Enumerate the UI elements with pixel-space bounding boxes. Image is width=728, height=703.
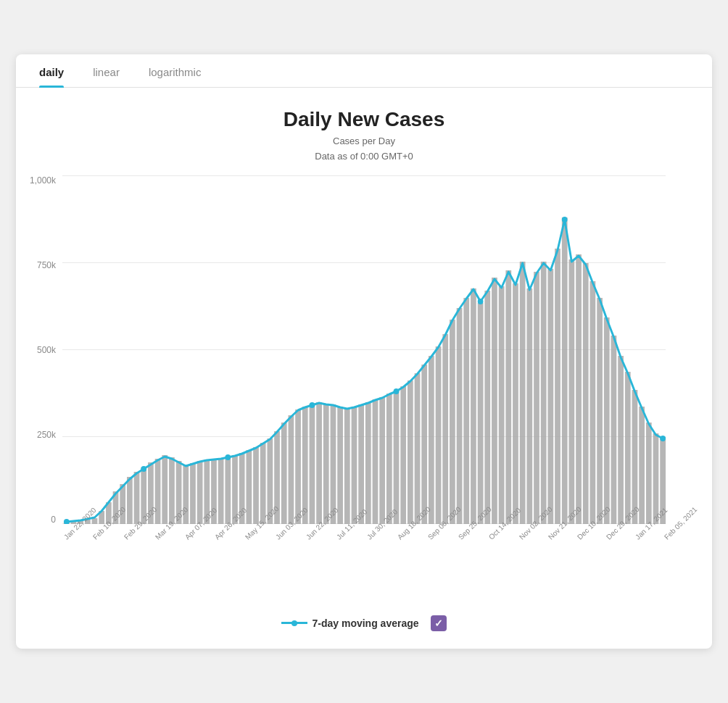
svg-rect-31 — [281, 423, 287, 524]
y-label-1000k: 1,000k — [16, 176, 56, 185]
chart-subtitle: Cases per Day Data as of 0:00 GMT+0 — [16, 134, 712, 165]
svg-rect-62 — [499, 286, 505, 524]
svg-rect-15 — [169, 457, 175, 524]
svg-rect-36 — [316, 402, 322, 524]
svg-rect-56 — [457, 308, 463, 524]
svg-rect-59 — [478, 303, 484, 524]
subtitle-line2: Data as of 0:00 GMT+0 — [16, 149, 712, 165]
svg-rect-65 — [520, 262, 526, 524]
svg-rect-18 — [190, 463, 196, 524]
chart-area: 0 250k 500k 750k 1,000k — [62, 176, 666, 524]
svg-rect-73 — [576, 254, 582, 524]
svg-rect-50 — [415, 373, 421, 524]
svg-rect-74 — [583, 263, 589, 524]
legend-line-indicator — [281, 622, 307, 624]
svg-rect-14 — [162, 455, 167, 524]
svg-rect-48 — [400, 386, 406, 524]
svg-rect-78 — [611, 336, 617, 524]
svg-rect-46 — [386, 394, 392, 524]
svg-rect-23 — [225, 457, 231, 524]
svg-rect-28 — [260, 443, 266, 524]
legend-checkbox[interactable] — [431, 615, 447, 631]
svg-point-87 — [141, 466, 146, 472]
svg-rect-19 — [197, 461, 203, 524]
subtitle-line1: Cases per Day — [16, 134, 712, 149]
tab-logarithmic[interactable]: logarithmic — [149, 66, 202, 87]
svg-rect-43 — [365, 402, 371, 524]
svg-rect-37 — [323, 404, 329, 524]
svg-rect-41 — [352, 407, 357, 524]
svg-rect-58 — [471, 288, 476, 524]
svg-rect-44 — [373, 399, 379, 524]
svg-rect-75 — [590, 281, 596, 524]
svg-rect-55 — [450, 320, 455, 524]
svg-rect-13 — [155, 459, 161, 524]
svg-rect-83 — [646, 423, 652, 524]
tab-linear[interactable]: linear — [93, 66, 120, 87]
svg-rect-52 — [429, 356, 434, 524]
y-label-750k: 750k — [16, 261, 56, 270]
svg-rect-63 — [505, 270, 511, 524]
tab-bar: daily linear logarithmic — [16, 54, 712, 88]
svg-rect-49 — [408, 380, 413, 524]
svg-rect-66 — [526, 288, 532, 524]
svg-rect-81 — [632, 390, 638, 524]
svg-rect-27 — [253, 447, 259, 524]
svg-rect-47 — [394, 391, 400, 524]
svg-rect-42 — [358, 404, 364, 524]
svg-rect-22 — [218, 458, 224, 524]
x-axis: Jan 22, 2020 Feb 10, 2020 Feb 29, 2020 M… — [62, 530, 689, 610]
svg-rect-35 — [310, 404, 315, 524]
svg-rect-45 — [379, 397, 385, 524]
svg-point-92 — [562, 217, 568, 222]
svg-rect-82 — [639, 407, 645, 524]
svg-point-89 — [310, 402, 315, 408]
svg-rect-64 — [513, 283, 518, 524]
chart-svg — [62, 176, 666, 524]
svg-rect-67 — [534, 272, 539, 524]
svg-rect-32 — [289, 415, 294, 524]
chart-header: Daily New Cases Cases per Day Data as of… — [16, 88, 712, 170]
tab-daily[interactable]: daily — [39, 66, 64, 87]
svg-rect-4 — [92, 518, 98, 524]
y-label-500k: 500k — [16, 346, 56, 354]
svg-point-90 — [394, 388, 400, 394]
svg-rect-60 — [484, 291, 490, 524]
svg-rect-10 — [134, 472, 140, 524]
y-label-250k: 250k — [16, 430, 56, 439]
svg-rect-71 — [562, 217, 568, 524]
legend-line-label: 7-day moving average — [312, 617, 418, 629]
svg-rect-39 — [337, 407, 343, 524]
svg-rect-61 — [492, 278, 497, 524]
svg-point-93 — [660, 436, 666, 441]
svg-rect-40 — [344, 408, 350, 524]
svg-rect-70 — [555, 249, 561, 524]
svg-rect-79 — [618, 356, 624, 524]
svg-rect-77 — [604, 317, 610, 524]
svg-rect-72 — [568, 259, 574, 524]
svg-rect-33 — [295, 409, 301, 524]
svg-rect-69 — [547, 269, 553, 524]
svg-point-88 — [225, 454, 231, 460]
y-axis: 0 250k 500k 750k 1,000k — [16, 176, 56, 524]
chart-title: Daily New Cases — [16, 108, 712, 131]
svg-rect-68 — [541, 262, 547, 524]
svg-rect-76 — [597, 298, 603, 524]
svg-rect-51 — [421, 365, 427, 524]
svg-point-86 — [64, 519, 70, 524]
svg-rect-57 — [463, 298, 469, 524]
svg-point-91 — [478, 299, 484, 304]
chart-legend: 7-day moving average — [16, 615, 712, 631]
svg-rect-8 — [120, 484, 125, 524]
legend-line-item: 7-day moving average — [281, 617, 418, 629]
svg-rect-80 — [625, 372, 631, 524]
y-label-0: 0 — [16, 515, 56, 524]
svg-rect-53 — [436, 346, 442, 524]
svg-rect-54 — [442, 334, 448, 524]
svg-rect-9 — [127, 477, 133, 524]
dashboard-card: daily linear logarithmic Daily New Cases… — [16, 54, 712, 649]
